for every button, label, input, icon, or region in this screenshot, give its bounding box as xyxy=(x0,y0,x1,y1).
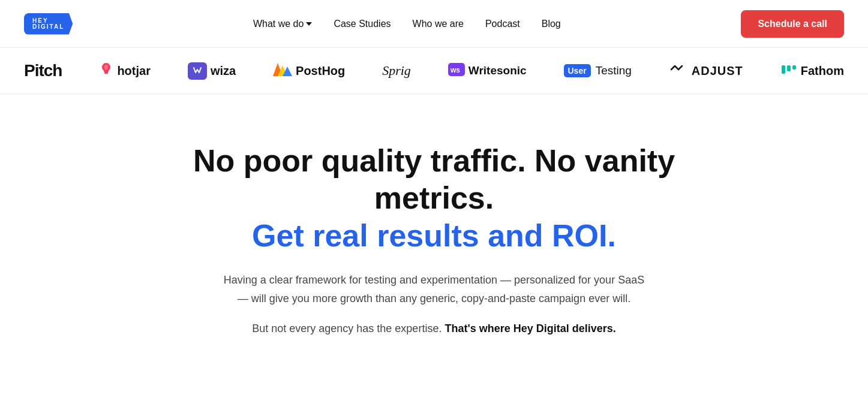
logo-writesonic: ws Writesonic xyxy=(448,63,527,79)
nav-dropdown-what-we-do[interactable]: What we do xyxy=(253,19,312,29)
nav-item-case-studies[interactable]: Case Studies xyxy=(334,19,391,29)
logo[interactable]: HEY DIGITAL xyxy=(24,13,73,35)
fathom-label: Fathom xyxy=(801,64,844,78)
adjust-label: ADJUST xyxy=(692,64,743,78)
posthog-label: PostHog xyxy=(296,64,345,78)
schedule-call-button[interactable]: Schedule a call xyxy=(741,10,844,38)
logo-adjust: ADJUST xyxy=(669,63,743,79)
nav-links: What we do Case Studies Who we are Podca… xyxy=(253,19,561,29)
fathom-icon xyxy=(780,63,797,79)
nav-item-what-we-do[interactable]: What we do xyxy=(253,19,312,29)
logo-fathom: Fathom xyxy=(780,63,844,79)
wiza-icon xyxy=(188,62,207,80)
logo-sprig: Sprig xyxy=(382,63,411,79)
usertesting-user-badge: User xyxy=(564,64,591,77)
writesonic-label: Writesonic xyxy=(468,64,527,77)
svg-rect-7 xyxy=(782,65,785,74)
logo-hotjar: hotjar xyxy=(99,62,151,80)
adjust-icon xyxy=(669,63,686,79)
logo-wiza: wiza xyxy=(188,62,236,80)
svg-rect-9 xyxy=(792,65,796,70)
logo-line1: HEY xyxy=(32,18,64,24)
hero-subtext: Having a clear framework for testing and… xyxy=(218,271,650,307)
nav-item-who-we-are[interactable]: Who we are xyxy=(413,19,464,29)
posthog-icon xyxy=(273,63,292,79)
main-nav: HEY DIGITAL What we do Case Studies Who … xyxy=(0,0,868,48)
logo-line2: DIGITAL xyxy=(32,24,64,30)
client-logo-bar: Pitch hotjar wiza xyxy=(0,48,868,94)
sprig-label: Sprig xyxy=(382,63,411,79)
nav-item-podcast[interactable]: Podcast xyxy=(485,19,520,29)
writesonic-icon: ws xyxy=(448,63,465,79)
logo-posthog: PostHog xyxy=(273,63,345,79)
hotjar-icon xyxy=(99,62,113,80)
pitch-label: Pitch xyxy=(24,61,62,80)
hotjar-label: hotjar xyxy=(117,64,151,78)
hero-headline: No poor quality traffic. No vanity metri… xyxy=(176,142,692,254)
usertesting-label: Testing xyxy=(596,64,632,77)
hero-section: No poor quality traffic. No vanity metri… xyxy=(0,94,868,374)
nav-item-blog[interactable]: Blog xyxy=(542,19,561,29)
svg-text:ws: ws xyxy=(450,66,460,74)
svg-rect-8 xyxy=(787,65,791,71)
hero-tagline: But not every agency has the expertise. … xyxy=(252,319,616,338)
svg-point-0 xyxy=(104,65,108,70)
chevron-down-icon xyxy=(306,22,312,26)
logo-pitch: Pitch xyxy=(24,61,62,80)
logo-usertesting: User Testing xyxy=(564,64,632,77)
wiza-label: wiza xyxy=(211,64,236,78)
